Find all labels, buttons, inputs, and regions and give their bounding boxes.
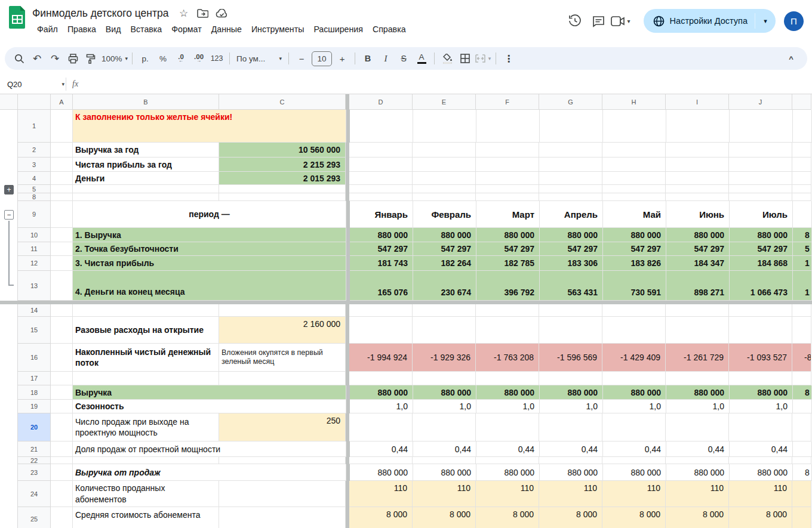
cell-H10[interactable]: 880 000 [603, 228, 666, 242]
cell-D10[interactable]: 880 000 [350, 228, 413, 242]
cell-C14[interactable] [219, 304, 346, 317]
row-header-5[interactable]: 5 [18, 185, 51, 193]
cell-K25[interactable] [792, 507, 811, 528]
borders-button[interactable] [457, 50, 473, 67]
cell-J18[interactable]: 880 000 [730, 385, 793, 400]
cell-G22[interactable] [539, 457, 602, 464]
cell-J9[interactable]: Июль [730, 201, 793, 228]
cell-A25[interactable] [51, 507, 73, 528]
cell-J15[interactable] [729, 317, 792, 344]
cell-F25[interactable]: 8 000 [476, 507, 539, 528]
cell-I11[interactable]: 547 297 [666, 242, 730, 256]
cell-J10[interactable]: 880 000 [730, 228, 793, 242]
cell-I20[interactable] [666, 413, 729, 441]
cell-F15[interactable] [476, 317, 539, 344]
cell-C22[interactable] [219, 457, 346, 464]
cell-J11[interactable]: 547 297 [730, 242, 793, 256]
cell-I17[interactable] [666, 372, 729, 385]
comments-icon[interactable] [587, 9, 611, 33]
cell-K8[interactable] [792, 193, 811, 201]
cell-F16[interactable]: -1 763 208 [476, 344, 539, 372]
cell-D15[interactable] [349, 317, 413, 344]
cell-G15[interactable] [539, 317, 602, 344]
cell-D23[interactable]: 880 000 [350, 464, 413, 481]
cell-A9[interactable] [51, 201, 73, 228]
cell-D19[interactable]: 1,0 [350, 400, 413, 413]
cell-H4[interactable] [602, 172, 666, 185]
cell-E4[interactable] [413, 172, 476, 185]
row-header-25[interactable]: 25 [18, 507, 51, 528]
cell-F5[interactable] [476, 185, 539, 193]
cell-J16[interactable]: -1 093 527 [729, 344, 792, 372]
cell-I2[interactable] [666, 143, 729, 158]
cell-I4[interactable] [666, 172, 729, 185]
cell-G12[interactable]: 183 306 [540, 256, 603, 271]
cell-E10[interactable]: 880 000 [413, 228, 476, 242]
paint-format-icon[interactable] [82, 50, 99, 67]
cell-D12[interactable]: 181 743 [350, 256, 413, 271]
cell-F8[interactable] [476, 193, 539, 201]
cell-G21[interactable]: 0,44 [540, 441, 603, 457]
cell-I15[interactable] [666, 317, 729, 344]
row-header-16[interactable]: 16 [18, 344, 51, 372]
row-header-4[interactable]: 4 [18, 172, 51, 185]
cell-K12[interactable]: 1 [793, 256, 812, 271]
cell-D1[interactable] [350, 110, 413, 143]
cell-K5[interactable] [792, 185, 811, 193]
cell-D13[interactable]: 165 076 [350, 271, 413, 301]
cell-E9[interactable]: Февраль [413, 201, 476, 228]
cell-B22[interactable] [73, 457, 219, 464]
cell-H5[interactable] [602, 185, 666, 193]
cell-A14[interactable] [51, 304, 73, 317]
menu-data[interactable]: Данные [207, 23, 247, 36]
cell-G24[interactable]: 110 [539, 481, 602, 507]
doc-title[interactable]: Финмодель детского центра [32, 7, 169, 20]
cell-E17[interactable] [413, 372, 476, 385]
cell-J14[interactable] [729, 304, 792, 317]
cell-I19[interactable]: 1,0 [666, 400, 730, 413]
cell-F20[interactable] [476, 413, 539, 441]
cell-C20[interactable]: 250 [219, 413, 346, 441]
cell-A13[interactable] [51, 271, 73, 301]
col-header-B[interactable]: B [73, 94, 219, 110]
search-icon[interactable] [11, 50, 27, 67]
cell-G10[interactable]: 880 000 [540, 228, 603, 242]
cell-F9[interactable]: Март [476, 201, 540, 228]
cell-G2[interactable] [539, 143, 602, 158]
zoom-control[interactable]: 100% ▾ [102, 50, 128, 67]
cell-B11[interactable]: 2. Точка безубыточности [73, 242, 346, 256]
cell-J19[interactable]: 1,0 [730, 400, 793, 413]
row-header-17[interactable]: 17 [18, 372, 51, 385]
cell-A15[interactable] [51, 317, 73, 344]
col-header-H[interactable]: H [602, 94, 666, 110]
cell-D11[interactable]: 547 297 [350, 242, 413, 256]
cell-A1[interactable] [51, 110, 73, 143]
cell-A8[interactable] [51, 193, 73, 201]
cell-K18[interactable]: 8 [793, 385, 812, 400]
menu-format[interactable]: Формат [167, 23, 206, 36]
cell-J25[interactable]: 8 000 [729, 507, 792, 528]
cell-E1[interactable] [413, 110, 476, 143]
row-header-3[interactable]: 3 [18, 158, 51, 172]
cell-B2[interactable]: Выручка за год [73, 143, 219, 158]
cell-A3[interactable] [51, 158, 73, 172]
cell-I21[interactable]: 0,44 [666, 441, 730, 457]
cell-F13[interactable]: 396 792 [476, 271, 540, 301]
cell-B1[interactable]: К заполнению только желтые ячейки! [73, 110, 346, 143]
row-header-9[interactable]: 9 [18, 201, 51, 228]
cell-H2[interactable] [602, 143, 666, 158]
cell-H20[interactable] [602, 413, 666, 441]
cell-E25[interactable]: 8 000 [413, 507, 476, 528]
cell-E14[interactable] [413, 304, 476, 317]
cell-C5[interactable] [219, 185, 346, 193]
cell-B13[interactable]: 4. Деньги на конец месяца [73, 271, 346, 301]
row-header-8[interactable]: 8 [18, 193, 51, 201]
cell-G1[interactable] [540, 110, 603, 143]
cell-G20[interactable] [539, 413, 602, 441]
cell-J20[interactable] [729, 413, 792, 441]
cell-F1[interactable] [476, 110, 540, 143]
cell-G19[interactable]: 1,0 [540, 400, 603, 413]
row-header-21[interactable]: 21 [18, 441, 51, 457]
cell-I12[interactable]: 184 347 [666, 256, 730, 271]
cell-K10[interactable]: 8 [793, 228, 812, 242]
